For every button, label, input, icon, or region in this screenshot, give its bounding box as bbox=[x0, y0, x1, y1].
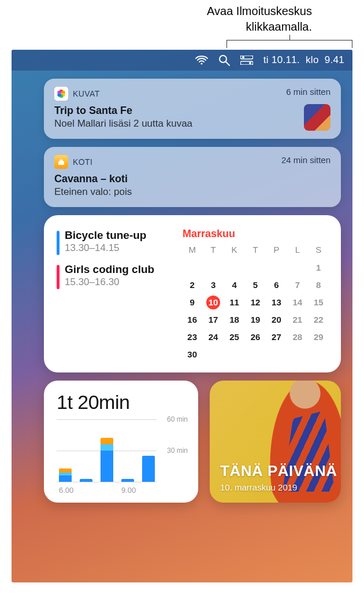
chart-ytick: 30 min bbox=[167, 447, 188, 455]
calendar-day[interactable]: 16 bbox=[183, 312, 202, 327]
notif-thumbnail bbox=[304, 104, 330, 131]
calendar-widget[interactable]: Bicycle tune-up 13.30–14.15 Girls coding… bbox=[44, 215, 341, 372]
calendar-day[interactable]: 28 bbox=[288, 330, 307, 345]
svg-point-12 bbox=[57, 91, 61, 94]
notif-time: 24 min sitten bbox=[281, 155, 330, 165]
notif-app-name: KOTI bbox=[73, 157, 92, 167]
calendar-day[interactable]: 7 bbox=[288, 278, 307, 293]
chart-xtick: 6.00 bbox=[59, 486, 73, 495]
calendar-day bbox=[246, 260, 265, 275]
chart-bar bbox=[80, 479, 92, 482]
calendar-day[interactable]: 11 bbox=[225, 295, 244, 310]
notif-subtitle: Eteinen valo: pois bbox=[54, 186, 330, 198]
calendar-day bbox=[309, 347, 328, 362]
calendar-day[interactable]: 10 bbox=[203, 295, 222, 310]
calendar-day bbox=[288, 347, 307, 362]
notif-subtitle: Noel Mallari lisäsi 2 uutta kuvaa bbox=[54, 118, 330, 130]
calendar-day[interactable]: 9 bbox=[183, 295, 202, 310]
calendar-dow: T bbox=[203, 245, 222, 258]
event-color-bar bbox=[57, 265, 60, 289]
calendar-day[interactable]: 20 bbox=[267, 312, 286, 327]
event-time: 15.30–16.30 bbox=[65, 276, 173, 288]
photos-app-icon bbox=[54, 87, 68, 101]
notification-center: KUVAT 6 min sitten Trip to Santa Fe Noel… bbox=[12, 71, 352, 514]
calendar-dow: P bbox=[267, 245, 286, 258]
spotlight-icon[interactable] bbox=[218, 54, 230, 66]
notification-photos[interactable]: KUVAT 6 min sitten Trip to Santa Fe Noel… bbox=[44, 79, 341, 139]
memory-date: 10. marraskuu 2019 bbox=[220, 482, 337, 492]
calendar-day[interactable]: 22 bbox=[309, 312, 328, 327]
callout-line-2: klikkaamalla. bbox=[246, 20, 312, 33]
svg-line-2 bbox=[226, 62, 229, 65]
calendar-day bbox=[203, 347, 222, 362]
calendar-dow: S bbox=[309, 245, 328, 258]
notification-home[interactable]: KOTI 24 min sitten Cavanna – koti Eteine… bbox=[44, 147, 341, 207]
instruction-callout: Avaa Ilmoituskeskus klikkaamalla. bbox=[0, 0, 364, 50]
callout-bracket bbox=[226, 40, 352, 48]
calendar-event[interactable]: Girls coding club 15.30–16.30 bbox=[57, 263, 173, 288]
calendar-day[interactable]: 21 bbox=[288, 312, 307, 327]
callout-line-1: Avaa Ilmoituskeskus bbox=[207, 5, 312, 17]
macos-desktop: ti 10.11. klo 9.41 KUVAT 6 min sitten Tr… bbox=[12, 50, 352, 582]
svg-point-1 bbox=[220, 56, 226, 62]
screentime-total: 1t 20min bbox=[57, 391, 188, 414]
menu-bar: ti 10.11. klo 9.41 bbox=[12, 50, 352, 71]
calendar-month-label: Marraskuu bbox=[183, 228, 328, 240]
calendar-day bbox=[225, 347, 244, 362]
calendar-day[interactable]: 3 bbox=[203, 278, 222, 293]
calendar-day[interactable]: 19 bbox=[246, 312, 265, 327]
calendar-day[interactable]: 25 bbox=[225, 330, 244, 345]
calendar-day bbox=[246, 347, 265, 362]
calendar-day bbox=[203, 260, 222, 275]
event-title: Bicycle tune-up bbox=[65, 229, 173, 242]
calendar-day[interactable]: 23 bbox=[183, 330, 202, 345]
calendar-day[interactable]: 2 bbox=[183, 278, 202, 293]
control-center-icon[interactable] bbox=[240, 56, 253, 65]
calendar-day[interactable]: 26 bbox=[246, 330, 265, 345]
calendar-day[interactable]: 18 bbox=[225, 312, 244, 327]
chart-bar bbox=[121, 479, 134, 482]
calendar-day[interactable]: 15 bbox=[309, 295, 328, 310]
calendar-day[interactable]: 6 bbox=[267, 278, 286, 293]
home-app-icon bbox=[54, 155, 68, 169]
calendar-events: Bicycle tune-up 13.30–14.15 Girls coding… bbox=[57, 228, 173, 362]
calendar-day[interactable]: 29 bbox=[309, 330, 328, 345]
calendar-dow: K bbox=[225, 245, 244, 258]
calendar-day[interactable]: 13 bbox=[267, 295, 286, 310]
chart-bar bbox=[142, 456, 155, 482]
calendar-day[interactable]: 14 bbox=[288, 295, 307, 310]
calendar-dow: L bbox=[288, 245, 307, 258]
photos-memory-widget[interactable]: TÄNÄ PÄIVÄNÄ 10. marraskuu 2019 bbox=[210, 381, 341, 503]
calendar-day[interactable]: 4 bbox=[225, 278, 244, 293]
wifi-icon[interactable] bbox=[195, 56, 208, 65]
calendar-day[interactable]: 17 bbox=[203, 312, 222, 327]
svg-point-6 bbox=[249, 62, 251, 64]
calendar-day bbox=[288, 260, 307, 275]
calendar-day[interactable]: 5 bbox=[246, 278, 265, 293]
screentime-chart: 30 min60 min6.009.00 bbox=[57, 419, 188, 495]
svg-point-0 bbox=[200, 62, 202, 64]
calendar-day[interactable]: 8 bbox=[309, 278, 328, 293]
calendar-day bbox=[267, 347, 286, 362]
screentime-widget[interactable]: 1t 20min 30 min60 min6.009.00 bbox=[44, 381, 198, 503]
calendar-day[interactable]: 1 bbox=[309, 260, 328, 275]
mini-month-calendar: Marraskuu MTKTPLS12345678910111213141516… bbox=[183, 228, 328, 362]
calendar-day[interactable]: 30 bbox=[183, 347, 202, 362]
calendar-dow: T bbox=[246, 245, 265, 258]
calendar-day[interactable]: 12 bbox=[246, 295, 265, 310]
chart-bar bbox=[101, 438, 113, 482]
notif-title: Trip to Santa Fe bbox=[54, 105, 330, 117]
calendar-day[interactable]: 24 bbox=[203, 330, 222, 345]
notif-title: Cavanna – koti bbox=[54, 173, 330, 185]
menubar-datetime[interactable]: ti 10.11. klo 9.41 bbox=[263, 54, 344, 66]
chart-bar bbox=[59, 468, 72, 482]
calendar-event[interactable]: Bicycle tune-up 13.30–14.15 bbox=[57, 229, 173, 254]
calendar-day[interactable]: 27 bbox=[267, 330, 286, 345]
chart-ytick: 60 min bbox=[167, 415, 188, 423]
calendar-day bbox=[225, 260, 244, 275]
notif-app-name: KUVAT bbox=[73, 89, 100, 98]
calendar-dow: M bbox=[183, 245, 202, 258]
event-color-bar bbox=[57, 231, 60, 255]
svg-point-4 bbox=[242, 56, 244, 58]
chart-xtick: 9.00 bbox=[121, 486, 136, 495]
